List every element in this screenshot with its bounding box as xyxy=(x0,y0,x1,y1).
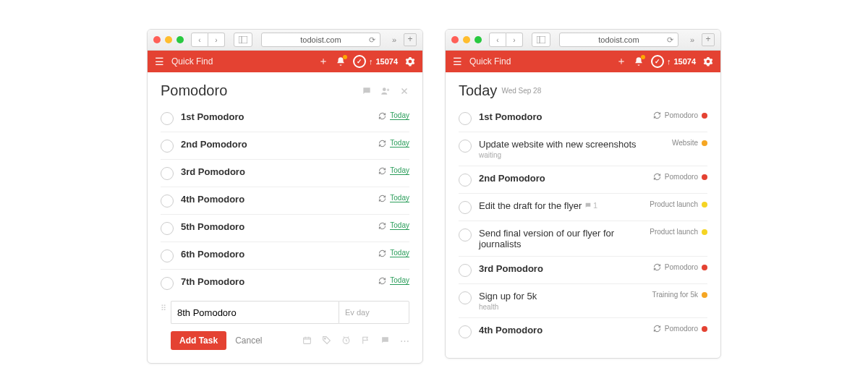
more-options-icon[interactable]: ⋯ xyxy=(400,335,409,346)
task-row[interactable]: Send final version of our flyer for jour… xyxy=(459,221,707,257)
task-checkbox[interactable] xyxy=(459,264,472,277)
quick-find-input[interactable]: Quick Find xyxy=(171,56,311,67)
project-label[interactable]: Training for 5k xyxy=(652,291,698,299)
task-row[interactable]: 2nd PomodoroToday xyxy=(161,132,409,160)
task-row[interactable]: Edit the draft for the flyer 1Product la… xyxy=(459,194,707,221)
due-date-tag[interactable]: Today xyxy=(390,139,409,148)
karma-score[interactable]: ✓ ↑ 15074 xyxy=(353,55,398,68)
label-icon[interactable] xyxy=(322,335,331,346)
due-date-tag[interactable]: Today xyxy=(390,194,409,202)
project-label[interactable]: Pomodoro xyxy=(665,263,698,271)
overflow-icon[interactable]: » xyxy=(687,35,697,44)
reload-icon[interactable]: ⟳ xyxy=(369,35,375,45)
task-checkbox[interactable] xyxy=(161,140,174,153)
settings-icon[interactable] xyxy=(703,56,713,67)
task-row[interactable]: 1st PomodoroToday xyxy=(161,105,409,132)
task-checkbox[interactable] xyxy=(161,249,174,262)
task-checkbox[interactable] xyxy=(161,167,174,180)
task-row[interactable]: 2nd PomodoroPomodoro xyxy=(459,166,707,194)
due-date-tag[interactable]: Today xyxy=(390,166,409,175)
comment-icon[interactable] xyxy=(380,335,390,346)
task-checkbox[interactable] xyxy=(459,112,472,125)
sidebar-toggle-button[interactable] xyxy=(532,33,550,47)
karma-value: 15074 xyxy=(375,57,398,66)
task-title: 7th Pomodoro xyxy=(181,276,371,287)
task-checkbox[interactable] xyxy=(459,228,472,241)
drag-handle-icon[interactable]: ⠿ xyxy=(161,304,166,313)
menu-icon[interactable]: ☰ xyxy=(453,56,462,67)
new-tab-button[interactable]: + xyxy=(404,33,417,46)
project-label[interactable]: Pomodoro xyxy=(665,111,698,119)
project-label[interactable]: Pomodoro xyxy=(665,325,698,333)
notifications-icon[interactable] xyxy=(336,56,346,67)
task-row[interactable]: 3rd PomodoroToday xyxy=(161,160,409,187)
task-row[interactable]: 5th PomodoroToday xyxy=(161,215,409,242)
maximize-window-icon[interactable] xyxy=(176,36,184,43)
task-checkbox[interactable] xyxy=(161,194,174,208)
close-window-icon[interactable] xyxy=(153,36,161,43)
task-checkbox[interactable] xyxy=(459,325,472,338)
recurring-icon xyxy=(653,263,661,271)
notifications-icon[interactable] xyxy=(634,56,644,67)
reminder-icon[interactable] xyxy=(341,335,351,346)
recurring-icon xyxy=(378,222,386,230)
task-row[interactable]: 4th PomodoroToday xyxy=(161,187,409,215)
browser-chrome: ‹ › todoist.com ⟳ » + xyxy=(446,30,720,51)
traffic-lights xyxy=(451,36,482,43)
close-window-icon[interactable] xyxy=(451,36,459,43)
project-label[interactable]: Product launch xyxy=(650,228,698,236)
menu-icon[interactable]: ☰ xyxy=(155,56,164,67)
comments-icon[interactable] xyxy=(362,86,372,96)
forward-button[interactable]: › xyxy=(208,33,225,47)
address-bar[interactable]: todoist.com ⟳ xyxy=(261,33,380,47)
address-bar[interactable]: todoist.com ⟳ xyxy=(559,33,678,47)
due-date-tag[interactable]: Today xyxy=(390,111,409,120)
settings-icon[interactable] xyxy=(405,56,415,67)
project-picker-icon[interactable] xyxy=(302,335,312,346)
project-label[interactable]: Pomodoro xyxy=(665,173,698,181)
task-checkbox[interactable] xyxy=(161,222,174,235)
task-row[interactable]: Sign up for 5khealthTraining for 5k xyxy=(459,284,707,318)
maximize-window-icon[interactable] xyxy=(475,36,482,43)
reload-icon[interactable]: ⟳ xyxy=(667,35,673,45)
recurring-icon xyxy=(378,194,386,202)
cancel-button[interactable]: Cancel xyxy=(235,335,262,346)
task-row[interactable]: 3rd PomodoroPomodoro xyxy=(459,257,707,284)
back-button[interactable]: ‹ xyxy=(489,33,506,47)
due-date-tag[interactable]: Today xyxy=(390,249,409,257)
new-task-input[interactable] xyxy=(171,301,339,324)
task-checkbox[interactable] xyxy=(161,112,174,125)
minimize-window-icon[interactable] xyxy=(463,36,470,43)
karma-score[interactable]: ✓ ↑ 15074 xyxy=(651,55,696,68)
recurring-icon xyxy=(378,167,386,175)
due-date-tag[interactable]: Today xyxy=(390,276,409,285)
priority-icon[interactable] xyxy=(361,335,370,346)
task-checkbox[interactable] xyxy=(161,277,174,290)
forward-button[interactable]: › xyxy=(506,33,523,47)
due-date-tag[interactable]: Today xyxy=(390,221,409,230)
more-icon[interactable] xyxy=(399,86,409,96)
task-row[interactable]: 4th PomodoroPomodoro xyxy=(459,318,707,345)
add-task-button[interactable]: Add Task xyxy=(171,331,226,350)
task-row[interactable]: 7th PomodoroToday xyxy=(161,270,409,296)
quick-find-input[interactable]: Quick Find xyxy=(469,56,609,67)
task-checkbox[interactable] xyxy=(459,140,472,153)
project-label[interactable]: Product launch xyxy=(650,200,698,208)
task-row[interactable]: Update website with new screenshotswaiti… xyxy=(459,132,707,166)
back-button[interactable]: ‹ xyxy=(191,33,208,47)
task-checkbox[interactable] xyxy=(459,174,472,187)
sidebar-toggle-button[interactable] xyxy=(234,33,252,47)
share-icon[interactable] xyxy=(380,86,391,96)
new-tab-button[interactable]: + xyxy=(702,33,715,46)
comment-count[interactable]: 1 xyxy=(584,201,597,210)
task-row[interactable]: 1st PomodoroPomodoro xyxy=(459,105,707,132)
project-label[interactable]: Website xyxy=(672,139,698,147)
add-task-icon[interactable]: ＋ xyxy=(616,55,626,68)
add-task-icon[interactable]: ＋ xyxy=(318,55,328,68)
schedule-input[interactable]: Ev day xyxy=(339,301,409,324)
task-checkbox[interactable] xyxy=(459,291,472,304)
task-checkbox[interactable] xyxy=(459,201,472,214)
overflow-icon[interactable]: » xyxy=(389,35,399,44)
task-row[interactable]: 6th PomodoroToday xyxy=(161,242,409,270)
minimize-window-icon[interactable] xyxy=(165,36,172,43)
